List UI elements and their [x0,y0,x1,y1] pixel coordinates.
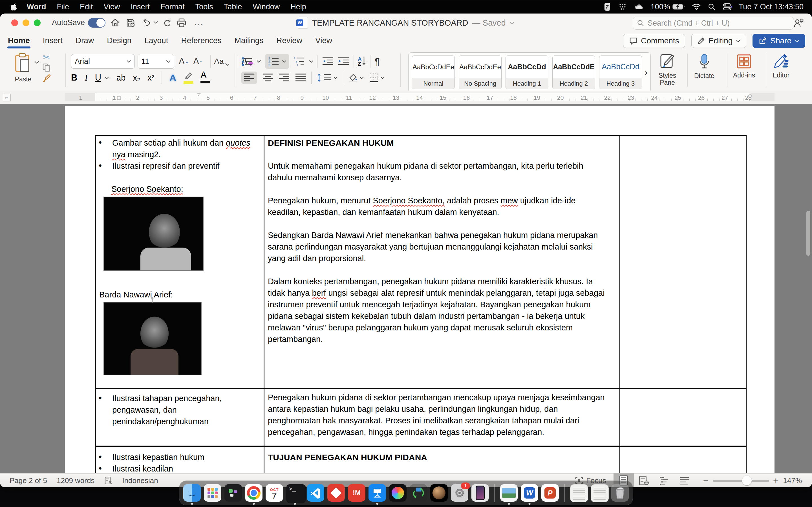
dock-settings-icon[interactable]: 1 [451,484,468,502]
dock-minimized-window-2[interactable] [591,484,608,502]
dock-im-app-icon[interactable]: !M [348,484,365,502]
underline-button[interactable]: U [95,73,101,83]
dock-vscode-icon[interactable] [307,484,324,502]
copy-icon[interactable] [42,63,51,72]
underline-chevron-icon[interactable] [105,76,109,79]
style-normal[interactable]: AaBbCcDdEe Normal [412,55,455,89]
zoom-percentage[interactable]: 147% [783,476,802,485]
document-area[interactable]: Gambar setiap ahli hukum dan quotes nya … [0,104,812,473]
app-grid-icon[interactable] [619,3,626,11]
comments-button[interactable]: Comments [623,34,685,48]
cut-icon[interactable]: ✂ [43,52,50,62]
dock-davinci-resolve-icon[interactable] [389,484,407,502]
soekanto-photo[interactable] [104,197,203,270]
storyboard-cell-script-2[interactable]: Penegakan hukum pidana di sektor pertamb… [268,392,607,438]
line-spacing-button[interactable] [317,73,338,82]
multilevel-chevron-icon[interactable] [309,60,313,63]
dictate-button[interactable]: Dictate [694,54,714,95]
tab-home[interactable]: Home [8,36,30,46]
vertical-scrollbar[interactable] [806,211,810,256]
style-no-spacing[interactable]: AaBbCcDdEe No Spacing [459,55,502,89]
justify-button[interactable] [295,73,306,82]
tab-view[interactable]: View [315,36,332,46]
italic-button[interactable]: I [85,73,87,83]
dock-minimized-window-1[interactable] [570,484,588,502]
feedback-person-icon[interactable] [793,17,804,28]
dock-window-tiles-icon[interactable] [224,484,242,502]
dock-powerpoint-icon[interactable]: P [541,484,559,502]
menu-tools[interactable]: Tools [190,3,218,11]
dock-trash-icon[interactable] [611,484,629,502]
highlight-button[interactable] [184,72,193,83]
tab-references[interactable]: References [181,36,221,46]
menu-help[interactable]: Help [285,3,312,11]
zoom-in-button[interactable]: + [773,475,779,486]
first-line-indent-marker[interactable] [197,93,201,96]
dock-pictures-icon[interactable] [500,484,518,502]
font-size-select[interactable]: 11 [138,54,174,69]
zoom-slider[interactable] [713,480,769,482]
wifi-icon[interactable] [692,3,701,10]
word-count[interactable]: 1209 words [57,476,94,485]
bullet-list-chevron-icon[interactable] [257,60,261,63]
proofing-icon[interactable] [104,476,112,485]
increase-indent-button[interactable] [338,57,350,66]
document-page[interactable]: Gambar setiap ahli hukum dan quotes nya … [65,106,774,473]
style-heading-2[interactable]: AaBbCcDdE Heading 2 [552,55,595,89]
shading-button[interactable] [348,73,364,82]
menu-edit[interactable]: Edit [74,3,98,11]
style-heading-1[interactable]: AaBbCcDd Heading 1 [506,55,548,89]
dock-word-icon[interactable]: W [521,484,538,502]
dock-keynote-icon[interactable] [368,484,386,502]
dock-launchpad-icon[interactable] [204,484,221,502]
dock-chrome-icon[interactable] [245,484,262,502]
shrink-font-button[interactable]: Aˇ [193,56,202,66]
subscript-button[interactable]: x₂ [133,73,140,82]
dock-terminal-icon[interactable]: >_ [286,484,304,502]
tab-review[interactable]: Review [276,36,302,46]
dock-diamond-app-icon[interactable] [327,484,345,502]
storyboard-cell-visuals-1[interactable]: Gambar setiap ahli hukum dan quotes nya … [96,137,258,375]
menu-file[interactable]: File [52,3,75,11]
barda-photo[interactable] [104,302,201,375]
strikethrough-button[interactable]: ab [116,73,125,82]
page-indicator[interactable]: Page 2 of 5 [10,476,47,485]
menu-insert[interactable]: Insert [125,3,155,11]
storyboard-cell-visuals-2[interactable]: Ilustrasi tahapan pencegahan, pengawasan… [96,393,254,427]
style-heading-3[interactable]: AaBbCcDd Heading 3 [599,55,642,89]
sort-button[interactable]: AZ [358,57,366,66]
tab-layout[interactable]: Layout [144,36,168,46]
font-name-select[interactable]: Arial [71,54,135,69]
spotlight-search-icon[interactable] [708,3,715,10]
editor-button[interactable]: Editor [772,54,790,95]
styles-gallery-more-icon[interactable]: › [644,68,649,77]
tab-selector-icon[interactable]: ⌐ [3,94,11,101]
bullet-list-button[interactable] [241,56,253,66]
onedrive-icon[interactable] [634,3,644,10]
storyboard-cell-script-1[interactable]: DEFINISI PENEGAKAN HUKUM Untuk memahami … [268,137,607,345]
align-right-button[interactable] [278,73,290,82]
share-button[interactable]: Share [753,34,805,48]
tab-insert[interactable]: Insert [43,36,63,46]
zoom-out-button[interactable]: − [703,475,709,486]
change-case-button[interactable]: Aa [214,57,229,66]
format-painter-icon[interactable] [42,74,51,83]
web-layout-view-button[interactable] [634,473,654,487]
dock-iphone-mirroring-icon[interactable] [471,484,489,502]
search-input[interactable]: Search (Cmd + Ctrl + U) [633,17,794,30]
dock-finder-icon[interactable] [183,484,201,502]
menu-window[interactable]: Window [247,3,285,11]
menu-word[interactable]: Word [21,3,52,11]
editing-mode-button[interactable]: Editing [691,34,747,48]
pilcrow-button[interactable]: ¶ [374,56,379,67]
apple-menu-icon[interactable] [11,3,17,11]
align-left-button[interactable] [241,71,257,84]
menu-view[interactable]: View [98,3,125,11]
styles-pane-button[interactable]: Styles Pane [655,54,680,95]
text-effects-button[interactable]: A [169,72,176,83]
hanging-indent-marker[interactable] [117,93,121,101]
superscript-button[interactable]: x² [147,73,154,82]
language-indicator[interactable]: Indonesian [122,476,158,485]
control-center-icon[interactable] [723,3,732,10]
tab-design[interactable]: Design [107,36,132,46]
